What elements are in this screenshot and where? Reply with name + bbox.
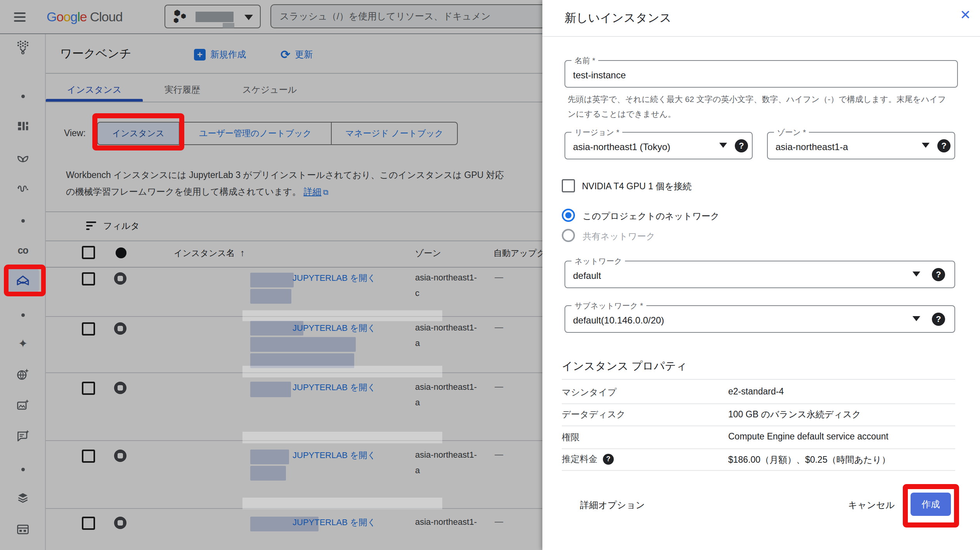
radio-project-network[interactable] [562, 209, 575, 222]
screen: GoogleCloud ⬢ ⬢ ⬢ [0, 0, 980, 550]
annotation-box-workbench-icon [4, 265, 46, 296]
advanced-options-button[interactable]: 詳細オプション [580, 499, 645, 511]
modal-scrim [0, 0, 542, 550]
zone-help-icon[interactable]: ? [937, 139, 951, 152]
property-label: 権限 [562, 431, 580, 443]
region-value: asia-northeast1 (Tokyo) [573, 142, 704, 152]
radio-shared-network-label: 共有ネットワーク [583, 230, 655, 242]
network-value: default [573, 270, 904, 281]
region-select[interactable]: リージョン * asia-northeast1 (Tokyo) ? [564, 132, 753, 159]
properties-heading: インスタンス プロパティ [562, 359, 687, 374]
redacted-band [242, 498, 442, 509]
network-label: ネットワーク [571, 256, 625, 266]
name-helper-text: 先頭は英字で、それに続く最大 62 文字の英小文字、数字、ハイフン（-）で構成し… [568, 92, 952, 121]
property-value: Compute Engine default service account [728, 431, 888, 442]
chevron-down-icon [912, 272, 920, 277]
new-instance-panel: 新しいインスタンス ✕ 名前 * 先頭は英字で、それに続く最大 62 文字の英小… [542, 0, 980, 550]
property-value: $186.00（月額）、$0.25（時間あたり） [728, 454, 890, 466]
redacted-band [242, 432, 442, 443]
property-value: e2-standard-4 [728, 386, 784, 397]
subnetwork-value: default(10.146.0.0/20) [573, 315, 904, 326]
chevron-down-icon [912, 316, 920, 321]
cancel-button[interactable]: キャンセル [848, 499, 895, 511]
annotation-box-create-button [903, 484, 959, 528]
region-help-icon[interactable]: ? [735, 139, 748, 152]
pricing-help-icon[interactable]: ? [603, 454, 614, 465]
gpu-checkbox-label: NVIDIA T4 GPU 1 個を接続 [582, 180, 692, 192]
chevron-down-icon [922, 143, 930, 148]
subnetwork-help-icon[interactable]: ? [932, 313, 945, 326]
annotation-box-view-instances [92, 113, 184, 150]
property-label: データディスク [562, 408, 625, 420]
network-select[interactable]: ネットワーク default ? [564, 261, 955, 288]
chevron-down-icon [719, 143, 727, 148]
radio-shared-network[interactable] [562, 229, 575, 242]
zone-select[interactable]: ゾーン * asia-northeast1-a ? [767, 132, 955, 159]
name-field-label: 名前 * [571, 55, 598, 66]
zone-value: asia-northeast1-a [776, 142, 906, 152]
workbench-page: GoogleCloud ⬢ ⬢ ⬢ [0, 0, 542, 550]
subnetwork-label: サブネットワーク * [571, 301, 646, 311]
property-label: マシンタイプ [562, 386, 616, 398]
radio-project-network-label: このプロジェクトのネットワーク [583, 210, 720, 222]
close-icon[interactable]: ✕ [960, 7, 971, 22]
property-label: 推定料金? [562, 453, 614, 465]
subnetwork-select[interactable]: サブネットワーク * default(10.146.0.0/20) ? [564, 305, 955, 333]
zone-label: ゾーン * [774, 127, 809, 138]
name-field[interactable]: 名前 * [564, 60, 958, 88]
property-value: 100 GB のバランス永続ディスク [728, 408, 861, 420]
gpu-checkbox[interactable] [562, 179, 575, 192]
panel-title: 新しいインスタンス [564, 10, 672, 26]
network-help-icon[interactable]: ? [932, 268, 945, 281]
redacted-band [242, 310, 442, 321]
region-label: リージョン * [571, 127, 622, 138]
redacted-band [242, 366, 442, 377]
name-input[interactable] [573, 70, 906, 81]
